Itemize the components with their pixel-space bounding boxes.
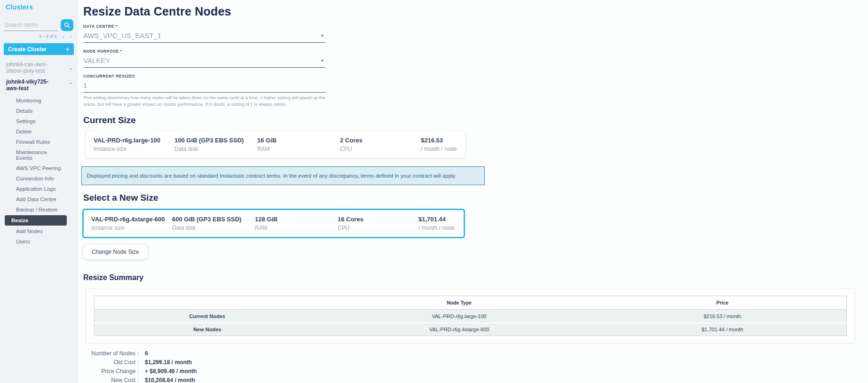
table-row-new-nodes: New Nodes VAL-PRD-r6g.4xlarge-600 $1,701… <box>95 323 847 336</box>
pagination-label: 1 – 2 of 2 <box>39 34 57 39</box>
current-nodes-type: VAL-PRD-r6g.large-100 <box>320 310 599 323</box>
sidebar-item-users[interactable]: Users <box>5 236 67 247</box>
concurrent-resizes-label: CONCURRENT RESIZES <box>83 74 325 78</box>
sidebar-item-backup-restore[interactable]: Backup / Restore <box>5 204 67 215</box>
node-purpose-label: NODE PURPOSE * <box>83 49 325 54</box>
sidebar-item-delete[interactable]: Delete <box>5 126 67 137</box>
sidebar-item-settings[interactable]: Settings <box>5 116 67 126</box>
search-input[interactable] <box>4 20 58 31</box>
current-cpu: 2 Cores <box>340 137 421 144</box>
sidebar-title: Clusters <box>6 3 77 11</box>
price-change-value: + $8,909.46 / month <box>145 368 197 375</box>
current-data-disk: 100 GiB (GP3 EBS SSD) <box>174 137 257 144</box>
current-ram: 16 GiB <box>257 137 340 144</box>
cluster-name: johnk4-cas-aws-shtovr-prxy-test <box>6 61 57 74</box>
new-cost-value: $10,208.64 / month <box>145 377 195 383</box>
totals-row-price-change: Price Change : + $8,909.46 / month <box>83 367 855 375</box>
pricing-notice: Displayed pricing and discounts are base… <box>81 166 485 186</box>
new-nodes-type: VAL-PRD-r6g.4xlarge-600 <box>320 323 599 336</box>
cluster-name: johnk4-vlky725-aws-test <box>6 78 57 92</box>
number-of-nodes-label: Number of Nodes : <box>83 350 139 357</box>
concurrent-resizes-value: 1 <box>83 81 87 89</box>
node-type-header: Node Type <box>320 296 599 310</box>
totals-row-old-cost: Old Cost : $1,299.18 / month <box>83 358 855 367</box>
empty-header <box>95 296 320 310</box>
main-content: Resize Data Centre Nodes DATA CENTRE * A… <box>78 0 868 383</box>
old-cost-value: $1,299.18 / month <box>145 359 192 366</box>
data-disk-label: Data disk <box>172 225 255 231</box>
create-cluster-label: Create Cluster <box>8 46 47 53</box>
new-data-disk: 600 GiB (GP3 EBS SSD) <box>172 216 255 223</box>
search-button[interactable] <box>61 19 73 31</box>
concurrent-resizes-field: CONCURRENT RESIZES 1 This setting determ… <box>83 74 325 108</box>
cluster-submenu: Monitoring Details Settings Delete Firew… <box>0 95 77 247</box>
number-of-nodes-value: 6 <box>145 350 148 357</box>
price-unit-label: / month / node <box>418 225 456 231</box>
current-price: $216.53 <box>421 137 458 144</box>
plus-icon: + <box>65 45 70 54</box>
data-centre-value: AWS_VPC_US_EAST_1 <box>83 31 161 39</box>
current-nodes-price: $216.53 / month <box>599 310 847 323</box>
node-purpose-select[interactable]: VALKEY ▾ <box>83 55 325 68</box>
table-row-current-nodes: Current Nodes VAL-PRD-r6g.large-100 $216… <box>95 310 847 323</box>
data-centre-label: DATA CENTRE * <box>83 24 325 29</box>
totals-row-new-cost: New Cost : $10,208.64 / month <box>83 375 855 383</box>
data-centre-select[interactable]: AWS_VPC_US_EAST_1 ▾ <box>83 31 325 43</box>
chevron-left-icon[interactable]: ‹ <box>63 34 65 39</box>
pagination: 1 – 2 of 2 ‹ › <box>0 34 72 39</box>
create-cluster-button[interactable]: Create Cluster + <box>4 43 74 55</box>
new-instance-size: VAL-PRD-r6g.4xlarge-600 <box>91 216 172 223</box>
sidebar-item-details[interactable]: Details <box>5 106 67 116</box>
price-change-label: Price Change : <box>83 368 139 375</box>
cluster-item-collapsed[interactable]: johnk4-cas-aws-shtovr-prxy-test ⌄ <box>0 59 77 76</box>
new-nodes-price: $1,701.44 / month <box>599 323 847 336</box>
change-node-size-button[interactable]: Change Node Size <box>83 244 148 259</box>
node-purpose-value: VALKEY <box>83 56 110 64</box>
sidebar-item-application-logs[interactable]: Application Logs <box>5 184 67 194</box>
sidebar-item-add-nodes[interactable]: Add Nodes <box>5 226 67 236</box>
sidebar-item-maintenance-events[interactable]: Maintenance Events <box>5 147 67 163</box>
instance-size-label: Instance size <box>94 146 174 152</box>
sidebar-item-aws-vpc-peering[interactable]: AWS VPC Peering <box>5 163 67 173</box>
instance-size-label: Instance size <box>91 225 172 231</box>
new-cpu: 16 Cores <box>338 216 418 223</box>
concurrent-resizes-help: This setting determines how many nodes w… <box>83 94 330 108</box>
cpu-label: CPU <box>338 225 418 231</box>
cluster-item-expanded[interactable]: johnk4-vlky725-aws-test ⌃ <box>0 76 77 94</box>
data-centre-field: DATA CENTRE * AWS_VPC_US_EAST_1 ▾ <box>83 24 325 43</box>
new-price: $1,701.44 <box>418 216 456 223</box>
resize-summary-table: Node Type Price Current Nodes VAL-PRD-r6… <box>94 296 847 336</box>
price-header: Price <box>599 296 847 310</box>
ram-label: RAM <box>255 225 338 231</box>
old-cost-label: Old Cost : <box>83 359 139 366</box>
sidebar-item-monitoring[interactable]: Monitoring <box>5 95 67 106</box>
cpu-label: CPU <box>340 146 421 152</box>
chevron-right-icon[interactable]: › <box>70 34 72 39</box>
current-instance-size: VAL-PRD-r6g.large-100 <box>94 137 174 144</box>
selected-new-size-card[interactable]: VAL-PRD-r6g.4xlarge-600 Instance size 60… <box>82 209 465 238</box>
concurrent-resizes-input[interactable]: 1 <box>83 80 325 93</box>
current-size-heading: Current Size <box>83 115 855 125</box>
chevron-down-icon[interactable]: ⌄ <box>68 66 73 70</box>
sidebar-item-firewall-rules[interactable]: Firewall Rules <box>5 137 67 147</box>
chevron-up-icon[interactable]: ⌃ <box>68 83 73 87</box>
sidebar-item-add-data-centre[interactable]: Add Data Centre <box>5 194 67 204</box>
search-row <box>4 19 73 31</box>
new-cost-label: New Cost : <box>83 377 139 383</box>
node-purpose-field: NODE PURPOSE * VALKEY ▾ <box>83 49 325 68</box>
page-title: Resize Data Centre Nodes <box>83 5 855 18</box>
sidebar: Clusters 1 – 2 of 2 ‹ › Create Cluster +… <box>0 0 78 383</box>
current-nodes-label: Current Nodes <box>95 310 320 323</box>
new-size-heading: Select a New Size <box>83 193 855 203</box>
ram-label: RAM <box>257 146 340 152</box>
resize-summary-table-card: Node Type Price Current Nodes VAL-PRD-r6… <box>86 289 855 343</box>
resize-totals: Number of Nodes : 6 Old Cost : $1,299.18… <box>83 349 855 383</box>
sidebar-item-resize[interactable]: Resize <box>5 215 67 226</box>
totals-row-number-of-nodes: Number of Nodes : 6 <box>83 349 855 358</box>
dropdown-caret-icon: ▾ <box>321 58 324 63</box>
new-ram: 128 GiB <box>255 216 338 223</box>
app-window: Clusters 1 – 2 of 2 ‹ › Create Cluster +… <box>0 0 868 383</box>
current-size-card: VAL-PRD-r6g.large-100 Instance size 100 … <box>86 131 465 158</box>
sidebar-item-connection-info[interactable]: Connection Info <box>5 173 67 184</box>
dropdown-caret-icon: ▾ <box>321 33 324 38</box>
